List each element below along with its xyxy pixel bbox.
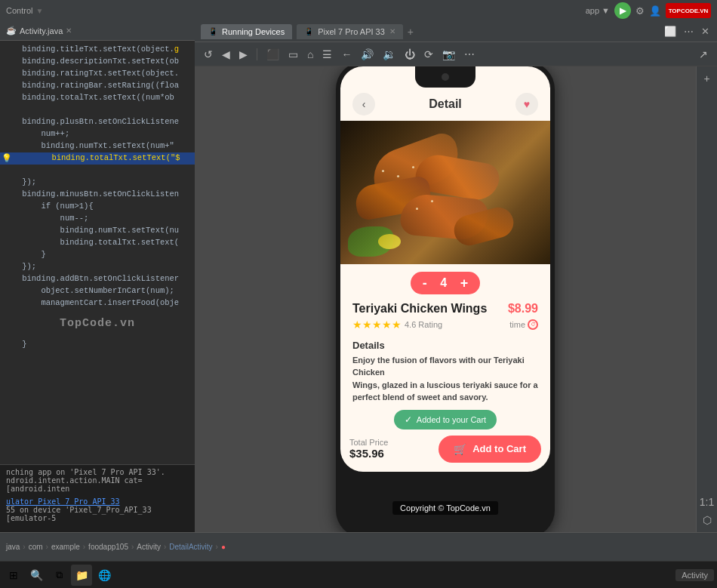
code-line: managmentCart.insertFood(obje [0, 297, 195, 309]
code-line: binding.titleTxt.setText(object.g [0, 44, 195, 56]
code-editor: binding.titleTxt.setText(object.g bindin… [0, 41, 195, 464]
breadcrumb-sep-2: › [46, 543, 48, 551]
sesame-4 [431, 200, 433, 202]
breadcrumb-bar: java › com › example › foodapp105 › Acti… [0, 532, 717, 561]
code-line: } [0, 249, 195, 261]
share-icon[interactable]: ↗ [696, 47, 711, 62]
breadcrumb-foodapp[interactable]: foodapp105 [88, 543, 128, 551]
back-button[interactable]: ‹ [352, 93, 375, 115]
cart-check-icon: ✓ [405, 414, 412, 425]
code-panel: ☕ Activity.java ✕ binding.titleTxt.setTe… [0, 21, 195, 532]
food-image-container [340, 121, 550, 264]
close-panel-icon[interactable]: ✕ [700, 24, 711, 38]
taskbar: ⊞ 🔍 ⧉ 📁 🌐 Activity [0, 561, 717, 588]
more-options-icon[interactable]: ⋯ [682, 24, 695, 38]
breadcrumb-com[interactable]: com [29, 543, 43, 551]
quantity-value: 4 [438, 276, 450, 290]
code-tab[interactable]: ☕ Activity.java ✕ [0, 21, 195, 41]
rating-time-row: ★★★★★ 4.6 Rating time ⏱ [352, 319, 538, 331]
spacer [706, 91, 707, 91]
add-to-cart-button[interactable]: 🛒 Add to Cart [439, 436, 541, 463]
rotate-icon[interactable]: ⟳ [421, 47, 436, 62]
device-controls: ↺ ◀ ▶ ⬛ ▭ ⌂ ☰ ← 🔊 🔉 ⏻ ⟳ 📷 ⋯ ↗ [195, 42, 717, 66]
breadcrumb-detail-activity[interactable]: DetailActivity [169, 543, 212, 551]
close-tab-icon[interactable]: ✕ [66, 26, 72, 35]
cart-notification-text: Added to your Cart [417, 415, 486, 424]
app-bottom-bar: ✓ Added to your Cart Total Price $35.96 [340, 404, 550, 472]
code-line-empty [0, 104, 195, 116]
console-line: 55 on device 'Pixel_7_Pro_API_33 [emulat… [6, 506, 189, 522]
more-ctrl-icon[interactable]: ⋯ [461, 47, 478, 62]
back-icon[interactable]: ← [338, 47, 355, 62]
back-nav-icon[interactable]: ◀ [219, 47, 233, 62]
gear-icon[interactable]: ⚙ [635, 5, 645, 17]
taskbar-windows-icon[interactable]: ⊞ [3, 565, 24, 586]
taskbar-search-icon[interactable]: 🔍 [26, 565, 47, 586]
code-line: binding.ratingBar.setRating((floa [0, 80, 195, 92]
breadcrumb-activity[interactable]: Activity [137, 543, 161, 551]
taskbar-file-explorer-icon[interactable]: 📁 [71, 565, 92, 586]
product-name-price-row: Teriyaki Chicken Wings $8.99 [352, 302, 538, 316]
screenshot-icon[interactable]: 📷 [439, 47, 458, 62]
app-control-label: Control [6, 6, 32, 15]
fit-screen-icon[interactable]: ⬡ [703, 514, 712, 526]
add-tab-icon[interactable]: + [408, 26, 414, 38]
app-screen: ‹ Detail ♥ [340, 66, 550, 472]
one-to-one-icon[interactable]: 1:1 [700, 496, 714, 508]
divider [257, 48, 257, 60]
console-link[interactable]: ulator Pixel 7 Pro API 33 [6, 497, 189, 506]
activity-taskbar-item[interactable]: Activity [675, 569, 714, 581]
code-line: binding.totalTxt.setText( [0, 237, 195, 249]
zoom-in-icon[interactable]: + [703, 72, 709, 85]
top-bar-left: Control ▼ [6, 6, 43, 15]
total-price-label: Total Price [349, 438, 388, 447]
device-container: ‹ Detail ♥ [195, 66, 717, 532]
top-bar-right: app ▼ ▶ ⚙ 👤 TOPCODE.VN [586, 2, 711, 19]
pixel-tab-icon: 📱 [304, 27, 313, 35]
sesame-3 [412, 166, 414, 168]
taskbar-task-view-icon[interactable]: ⧉ [48, 565, 69, 586]
breadcrumb-example[interactable]: example [51, 543, 80, 551]
console-line: ndroid.intent.action.MAIN cat=[android.i… [6, 476, 189, 493]
back-arrow-icon: ‹ [362, 98, 366, 110]
breadcrumb-marker: ● [221, 543, 226, 551]
landscape-icon[interactable]: ▭ [285, 47, 301, 62]
code-line: binding.numTxt.setText(num+" [0, 140, 195, 152]
add-to-cart-label: Add to Cart [472, 443, 526, 454]
java-icon: ☕ [6, 26, 17, 35]
refresh-icon[interactable]: ↺ [201, 47, 216, 62]
profile-icon[interactable]: 👤 [649, 5, 661, 17]
run-button[interactable]: ▶ [614, 2, 631, 19]
pixel-tab[interactable]: 📱 Pixel 7 Pro API 33 ✕ [297, 24, 403, 39]
console-line: nching app on 'Pixel 7 Pro API 33'. [6, 468, 189, 476]
portrait-icon[interactable]: ⬛ [263, 47, 282, 62]
volume-down-icon[interactable]: 🔉 [380, 47, 399, 62]
taskbar-browser-icon[interactable]: 🌐 [94, 565, 115, 586]
running-devices-label: Running Devices [222, 27, 285, 36]
app-header: ‹ Detail ♥ [340, 88, 550, 121]
chevron-down-icon: ▼ [35, 7, 43, 15]
details-text: Enjoy the fusion of flavors with our Ter… [352, 354, 538, 404]
device-panel: 📱 Running Devices 📱 Pixel 7 Pro API 33 ✕… [195, 21, 717, 532]
menu-icon[interactable]: ☰ [319, 47, 335, 62]
close-pixel-tab-icon[interactable]: ✕ [389, 27, 395, 35]
running-devices-tab[interactable]: 📱 Running Devices [201, 24, 292, 39]
breadcrumb-java[interactable]: java [6, 543, 20, 551]
quantity-minus-button[interactable]: - [423, 276, 427, 290]
rating-value: 4.6 Rating [405, 320, 442, 329]
volume-up-icon[interactable]: 🔊 [358, 47, 377, 62]
quantity-plus-button[interactable]: + [460, 276, 469, 290]
phone-wrapper: ‹ Detail ♥ [195, 66, 696, 532]
details-section: Details Enjoy the fusion of flavors with… [340, 334, 550, 404]
maximize-icon[interactable]: ⬜ [663, 24, 678, 38]
power-icon[interactable]: ⏻ [402, 47, 418, 62]
forward-nav-icon[interactable]: ▶ [236, 47, 251, 62]
home-icon[interactable]: ⌂ [304, 47, 316, 62]
code-line: num++; [0, 128, 195, 140]
watermark: TopCode.vn [0, 309, 195, 339]
code-line-empty [0, 165, 195, 177]
favorite-button[interactable]: ♥ [515, 93, 538, 115]
console-panel: nching app on 'Pixel 7 Pro API 33'. ndro… [0, 464, 195, 532]
product-info: Teriyaki Chicken Wings $8.99 ★★★★★ 4.6 R… [340, 299, 550, 334]
code-line: num--; [0, 213, 195, 225]
